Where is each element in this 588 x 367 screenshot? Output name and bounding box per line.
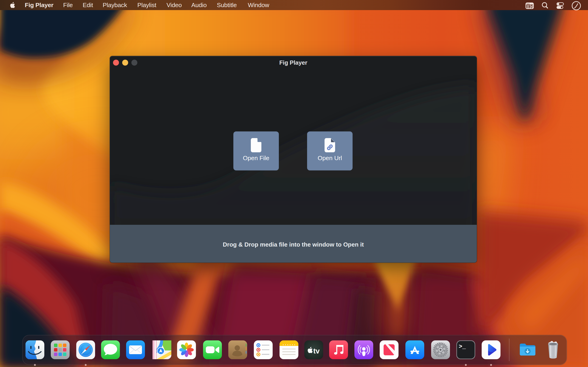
svg-text:>_: >_ xyxy=(459,343,466,350)
svg-text:tv: tv xyxy=(313,347,320,355)
